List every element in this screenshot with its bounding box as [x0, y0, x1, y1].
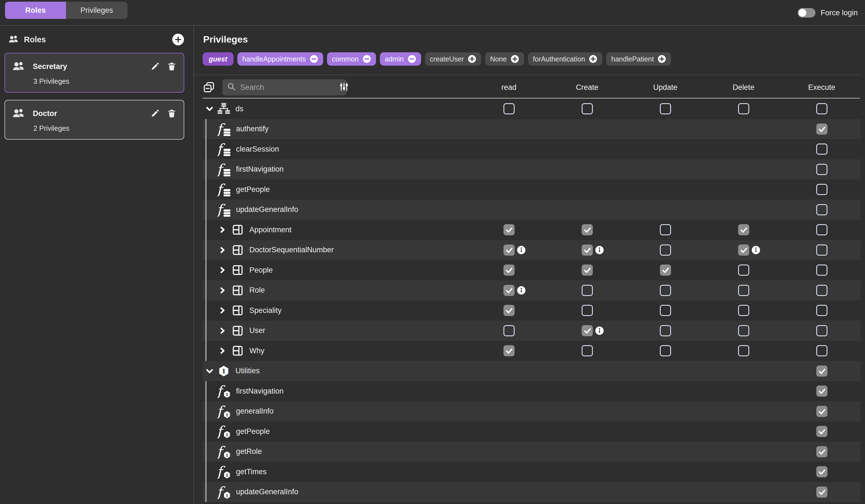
execute-checkbox[interactable]	[816, 487, 828, 497]
create-checkbox[interactable]	[582, 245, 593, 256]
tree-row-Appointment[interactable]: Appointment	[203, 220, 861, 240]
add-privilege-icon[interactable]	[468, 55, 476, 63]
execute-checkbox[interactable]	[816, 245, 828, 256]
execute-checkbox[interactable]	[816, 143, 828, 155]
delete-role-button[interactable]	[167, 109, 176, 118]
privilege-chip-guest[interactable]: guest	[203, 52, 233, 66]
delete-checkbox[interactable]	[738, 265, 749, 276]
add-privilege-icon[interactable]	[589, 55, 597, 63]
info-icon[interactable]	[517, 246, 526, 255]
tree-row-ds[interactable]: ds	[203, 99, 861, 119]
execute-checkbox[interactable]	[816, 325, 828, 336]
execute-checkbox[interactable]	[816, 345, 828, 356]
role-card-secretary[interactable]: Secretary 3 Privileges	[4, 53, 184, 93]
tree-row-getTimes[interactable]: ƒ1getTimes	[203, 462, 861, 482]
tree-row-People[interactable]: People	[203, 260, 861, 280]
delete-checkbox[interactable]	[738, 345, 749, 356]
execute-checkbox[interactable]	[816, 446, 828, 457]
tree-row-firstNavigation[interactable]: ƒfirstNavigation	[203, 160, 861, 180]
remove-privilege-icon[interactable]	[362, 55, 371, 63]
create-checkbox[interactable]	[582, 325, 593, 336]
force-login-toggle[interactable]	[798, 8, 816, 17]
privilege-chip-forAuthentication[interactable]: forAuthentication	[528, 52, 602, 66]
execute-checkbox[interactable]	[816, 184, 828, 195]
delete-role-button[interactable]	[167, 62, 176, 71]
info-icon[interactable]	[595, 246, 604, 255]
info-icon[interactable]	[517, 286, 526, 295]
chevron-right-icon[interactable]	[218, 225, 227, 234]
execute-checkbox[interactable]	[816, 386, 828, 397]
chevron-right-icon[interactable]	[218, 286, 227, 295]
privilege-chip-None[interactable]: None	[485, 52, 524, 66]
edit-role-button[interactable]	[150, 62, 160, 71]
privilege-chip-common[interactable]: common	[327, 52, 376, 66]
update-checkbox[interactable]	[660, 245, 671, 256]
chevron-right-icon[interactable]	[218, 246, 227, 254]
execute-checkbox[interactable]	[816, 103, 828, 114]
read-checkbox[interactable]	[504, 103, 515, 114]
search-input[interactable]	[240, 83, 339, 92]
chevron-right-icon[interactable]	[218, 266, 227, 274]
filter-sliders-icon[interactable]	[339, 82, 349, 93]
tree-row-generalInfo[interactable]: ƒ1generalInfo	[203, 401, 861, 422]
delete-checkbox[interactable]	[738, 245, 749, 256]
tree-row-DoctorSequentialNumber[interactable]: DoctorSequentialNumber	[203, 240, 861, 260]
create-checkbox[interactable]	[582, 305, 593, 316]
update-checkbox[interactable]	[660, 345, 671, 356]
delete-checkbox[interactable]	[738, 325, 749, 336]
tree-row-Speciality[interactable]: Speciality	[203, 301, 861, 321]
execute-checkbox[interactable]	[816, 204, 828, 215]
chevron-right-icon[interactable]	[218, 306, 227, 315]
execute-checkbox[interactable]	[816, 466, 828, 477]
read-checkbox[interactable]	[504, 245, 515, 256]
update-checkbox[interactable]	[660, 325, 671, 336]
execute-checkbox[interactable]	[816, 406, 828, 417]
tree-row-Role[interactable]: Role	[203, 280, 861, 301]
add-role-button[interactable]	[172, 33, 184, 46]
read-checkbox[interactable]	[504, 325, 515, 336]
update-checkbox[interactable]	[660, 224, 671, 235]
tree-row-Why[interactable]: Why	[203, 341, 861, 361]
info-icon[interactable]	[751, 246, 760, 255]
add-privilege-icon[interactable]	[511, 55, 519, 63]
info-icon[interactable]	[595, 326, 604, 335]
collapse-all-button[interactable]	[204, 82, 215, 93]
execute-checkbox[interactable]	[816, 224, 828, 235]
update-checkbox[interactable]	[660, 103, 671, 114]
update-checkbox[interactable]	[660, 285, 671, 296]
add-privilege-icon[interactable]	[658, 55, 666, 63]
create-checkbox[interactable]	[582, 103, 593, 114]
update-checkbox[interactable]	[660, 305, 671, 316]
create-checkbox[interactable]	[582, 224, 593, 235]
chevron-down-icon[interactable]	[205, 104, 214, 114]
execute-checkbox[interactable]	[816, 164, 828, 175]
create-checkbox[interactable]	[582, 285, 593, 296]
delete-checkbox[interactable]	[738, 305, 749, 316]
privilege-chip-handleAppointments[interactable]: handleAppointments	[238, 52, 323, 66]
tab-roles[interactable]: Roles	[5, 2, 66, 19]
tree-row-getPeople[interactable]: ƒ1getPeople	[203, 421, 861, 442]
remove-privilege-icon[interactable]	[310, 55, 318, 63]
execute-checkbox[interactable]	[816, 285, 828, 296]
execute-checkbox[interactable]	[816, 305, 828, 316]
update-checkbox[interactable]	[660, 265, 671, 276]
privilege-chip-createUser[interactable]: createUser	[425, 52, 481, 66]
remove-privilege-icon[interactable]	[408, 55, 416, 63]
delete-checkbox[interactable]	[738, 103, 749, 114]
edit-role-button[interactable]	[150, 109, 160, 118]
read-checkbox[interactable]	[504, 305, 515, 316]
tree-row-getPeople[interactable]: ƒgetPeople	[203, 179, 861, 200]
privilege-chip-handlePatient[interactable]: handlePatient	[606, 52, 671, 66]
delete-checkbox[interactable]	[738, 224, 749, 235]
tree-row-updateGeneralInfo[interactable]: ƒ1updateGeneralInfo	[203, 482, 861, 502]
chevron-down-icon[interactable]	[205, 366, 214, 376]
execute-checkbox[interactable]	[816, 426, 828, 437]
delete-checkbox[interactable]	[738, 285, 749, 296]
read-checkbox[interactable]	[504, 265, 515, 276]
tree-row-updateGeneralInfo[interactable]: ƒupdateGeneralInfo	[203, 200, 861, 220]
create-checkbox[interactable]	[582, 265, 593, 276]
role-card-doctor[interactable]: Doctor 2 Privileges	[4, 100, 184, 140]
tree-row-clearSession[interactable]: ƒclearSession	[203, 139, 861, 160]
privilege-chip-admin[interactable]: admin	[380, 52, 421, 66]
read-checkbox[interactable]	[504, 285, 515, 296]
